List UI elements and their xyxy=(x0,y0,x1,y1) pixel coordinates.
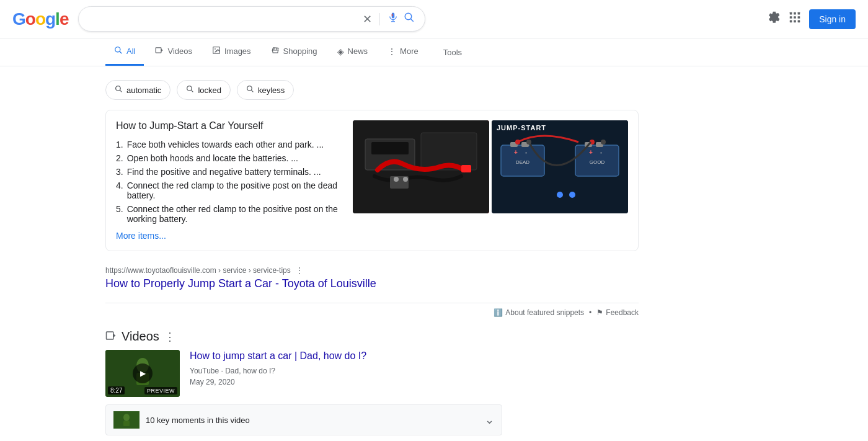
snippet-images: JUMP-START DEAD GOOD xyxy=(353,120,628,241)
key-moments-row[interactable]: 10 key moments in this video ⌄ xyxy=(105,404,502,435)
svg-text:DEAD: DEAD xyxy=(516,159,529,165)
svg-rect-33 xyxy=(461,165,471,172)
search-tabs: All Videos Images xyxy=(0,38,868,66)
videos-section-header: Videos ⋮ xyxy=(105,329,763,344)
svg-rect-13 xyxy=(794,20,796,23)
svg-rect-9 xyxy=(790,16,792,19)
svg-marker-18 xyxy=(161,49,163,52)
video-thumbnail-0[interactable]: ▶ 8:27 PREVIEW xyxy=(105,350,180,397)
svg-point-65 xyxy=(123,414,130,421)
video-source: YouTube · Dad, how do I? xyxy=(190,367,275,375)
tab-more[interactable]: ⋮ More xyxy=(379,39,427,66)
shopping-tab-icon xyxy=(271,46,280,56)
tab-videos-label: Videos xyxy=(167,47,192,56)
apps-icon[interactable] xyxy=(788,11,802,27)
search-submit-icon[interactable] xyxy=(404,12,415,26)
list-item: 5.Connect the other red clamp to the pos… xyxy=(116,202,340,226)
svg-line-16 xyxy=(120,51,122,54)
tab-all[interactable]: All xyxy=(105,38,144,66)
feedback-label: Feedback xyxy=(606,308,639,317)
chip-automatic[interactable]: automatic xyxy=(105,80,170,100)
main-content: automatic locked keyless How to Ju xyxy=(0,66,868,441)
search-input[interactable]: how to jump start a car xyxy=(89,14,358,25)
about-snippets[interactable]: ℹ️ About featured snippets xyxy=(494,308,584,317)
svg-point-27 xyxy=(247,86,252,91)
chip-keyless-label: keyless xyxy=(258,86,285,95)
list-item: 3.Find the positive and negative battery… xyxy=(116,165,340,179)
source-menu-icon[interactable]: ⋮ xyxy=(296,266,303,275)
svg-line-26 xyxy=(192,90,193,92)
chip-automatic-label: automatic xyxy=(126,86,161,95)
video-play-button[interactable]: ▶ xyxy=(133,363,153,383)
tab-news[interactable]: ◈ News xyxy=(329,39,377,66)
chevron-down-icon: ⌄ xyxy=(485,413,494,427)
clear-icon[interactable]: ✕ xyxy=(363,12,372,26)
tab-more-label: More xyxy=(400,47,418,56)
svg-rect-3 xyxy=(392,14,393,17)
search-chips: automatic locked keyless xyxy=(105,80,763,100)
snippet-image-1[interactable] xyxy=(353,120,489,213)
svg-line-24 xyxy=(120,90,122,92)
google-logo[interactable]: Google xyxy=(12,9,68,29)
battery-image-svg xyxy=(353,120,489,213)
settings-icon[interactable] xyxy=(767,11,781,27)
tab-images[interactable]: Images xyxy=(203,38,260,66)
sign-in-button[interactable]: Sign in xyxy=(809,9,856,29)
svg-line-5 xyxy=(411,19,414,22)
videos-section-menu-icon[interactable]: ⋮ xyxy=(164,330,175,344)
separator-dot: • xyxy=(589,308,591,317)
header: Google how to jump start a car ✕ xyxy=(0,0,868,38)
svg-rect-12 xyxy=(790,20,792,23)
news-tab-icon: ◈ xyxy=(337,47,344,56)
tools-button[interactable]: Tools xyxy=(435,40,471,65)
svg-point-4 xyxy=(405,13,412,20)
video-date: May 29, 2020 xyxy=(190,378,235,386)
source-section: https://www.toyotaoflouisville.com › ser… xyxy=(105,261,639,298)
video-card-0: ▶ 8:27 PREVIEW How to jump start a car |… xyxy=(105,350,502,397)
source-url: https://www.toyotaoflouisville.com › ser… xyxy=(105,266,639,275)
header-right: Sign in xyxy=(767,9,856,29)
more-items-link[interactable]: More items... xyxy=(116,231,340,241)
search-tab-icon xyxy=(114,46,123,56)
video-title-0[interactable]: How to jump start a car | Dad, how do I? xyxy=(190,350,366,361)
image-tab-icon xyxy=(212,46,221,56)
chip-locked[interactable]: locked xyxy=(177,80,231,100)
chip-search-icon-2 xyxy=(246,85,254,95)
info-icon: ℹ️ xyxy=(494,308,503,317)
svg-rect-10 xyxy=(794,16,796,19)
svg-text:-: - xyxy=(600,149,602,156)
key-moment-thumbnail xyxy=(113,411,140,429)
tab-videos[interactable]: Videos xyxy=(146,38,201,66)
svg-point-56 xyxy=(557,192,563,198)
source-title-link[interactable]: How to Properly Jump Start a Car - Toyot… xyxy=(105,277,639,290)
svg-point-35 xyxy=(394,177,399,182)
svg-line-28 xyxy=(251,90,253,92)
svg-text:+: + xyxy=(514,149,518,156)
svg-rect-8 xyxy=(798,12,800,15)
feedback-bar: ℹ️ About featured snippets • ⚑ Feedback xyxy=(105,303,639,322)
svg-rect-58 xyxy=(107,332,113,339)
video-meta-0: YouTube · Dad, how do I? May 29, 2020 xyxy=(190,365,502,388)
microphone-icon[interactable] xyxy=(388,12,399,26)
tab-all-label: All xyxy=(126,47,135,56)
about-snippets-label: About featured snippets xyxy=(505,308,584,317)
tab-shopping[interactable]: Shopping xyxy=(262,38,326,66)
featured-snippet: How to Jump-Start a Car Yourself 1.Face … xyxy=(105,110,639,251)
svg-marker-59 xyxy=(113,334,116,337)
svg-rect-11 xyxy=(798,16,800,19)
svg-rect-14 xyxy=(798,20,800,23)
feedback-button[interactable]: ⚑ Feedback xyxy=(596,308,639,317)
search-bar: how to jump start a car ✕ xyxy=(78,6,425,32)
snippet-title: How to Jump-Start a Car Yourself xyxy=(116,120,340,131)
svg-point-23 xyxy=(116,86,121,91)
jumpstart-diagram-svg: JUMP-START DEAD GOOD xyxy=(492,120,628,213)
svg-point-25 xyxy=(187,86,192,91)
snippet-list: 1.Face both vehicles towards each other … xyxy=(116,138,340,226)
video-info-0: How to jump start a car | Dad, how do I?… xyxy=(190,350,502,388)
chip-keyless[interactable]: keyless xyxy=(237,80,294,100)
list-item: 4.Connect the red clamp to the positive … xyxy=(116,179,340,202)
list-item: 1.Face both vehicles towards each other … xyxy=(116,138,340,151)
videos-section-title: Videos xyxy=(122,329,159,344)
chip-locked-label: locked xyxy=(198,86,221,95)
snippet-image-2[interactable]: JUMP-START DEAD GOOD xyxy=(492,120,628,213)
